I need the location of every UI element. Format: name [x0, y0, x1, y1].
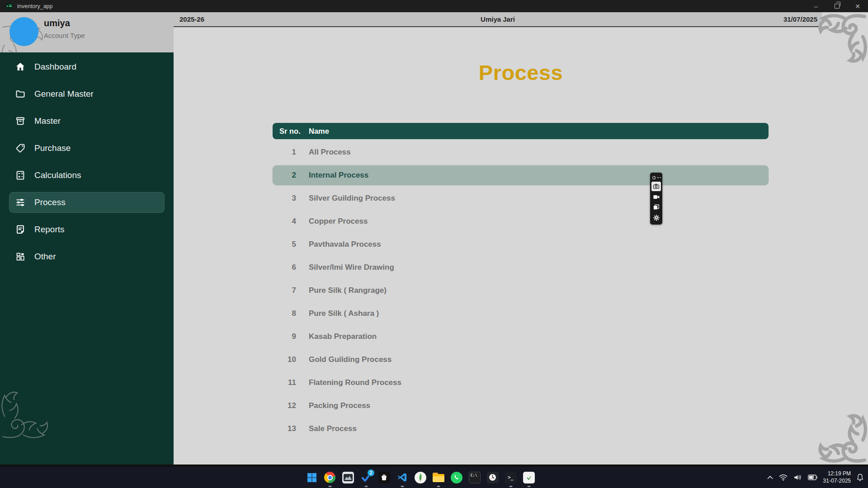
row-sr: 5 [273, 240, 296, 249]
table-row[interactable]: 7Pure Silk ( Rangrage) [273, 279, 769, 302]
window-titlebar: inventory_app – ✕ [0, 0, 868, 12]
sidebar-item-master[interactable]: Master [0, 108, 174, 135]
video-record-button[interactable] [651, 192, 661, 202]
taskbar-file-explorer[interactable] [432, 471, 444, 483]
taskbar-terminal[interactable]: >_ [505, 471, 517, 483]
restore-icon [835, 4, 840, 9]
sidebar-item-general-master[interactable]: General Master [0, 80, 174, 108]
grid-icon [15, 251, 26, 262]
mongodb-icon [415, 472, 426, 483]
system-tray: 12:19 PM 31-07-2025 [767, 467, 863, 488]
restore-button[interactable] [826, 0, 847, 12]
row-sr: 9 [273, 332, 296, 341]
camera-button[interactable] [651, 182, 661, 191]
table-body: 1All Process 2Internal Process 3Silver G… [273, 141, 769, 440]
tray-time: 12:19 PM [823, 470, 851, 478]
taskbar-white-app[interactable] [523, 471, 535, 483]
row-name: Gold Guilding Process [309, 355, 392, 364]
table-row[interactable]: 9Kasab Preparation [273, 325, 769, 348]
taskbar-dark-app[interactable] [378, 471, 390, 483]
page-title: Process [174, 60, 868, 85]
folder-icon [15, 89, 26, 99]
tray-clock[interactable]: 12:19 PM 31-07-2025 [823, 470, 851, 484]
capture-settings-button[interactable] [651, 213, 661, 222]
terminal-icon: >_ [505, 472, 517, 483]
volume-icon[interactable] [793, 474, 802, 481]
sidebar-item-label: Master [34, 116, 61, 126]
taskbar-clock-app[interactable] [486, 471, 499, 483]
row-name: Copper Process [309, 217, 368, 226]
taskbar-console[interactable]: C:\ [468, 471, 481, 483]
sidebar-item-reports[interactable]: Reports [0, 216, 174, 243]
taskbar-todo[interactable]: 2 [360, 471, 372, 483]
window-mode-button[interactable] [651, 202, 661, 212]
white-app-icon [523, 472, 535, 483]
taskbar-mongodb[interactable] [414, 471, 426, 483]
calculator-icon [15, 170, 26, 181]
row-name: Silver Guilding Process [309, 194, 395, 203]
row-sr: 13 [273, 424, 296, 433]
row-name: Silver/Imi Wire Drawing [309, 263, 394, 272]
window-mode-icon [653, 204, 660, 211]
wifi-icon[interactable] [779, 474, 788, 481]
table-row-selected[interactable]: 2Internal Process [273, 165, 769, 185]
table-row[interactable]: 3Silver Guilding Process [273, 187, 769, 210]
capture-toolbar [650, 173, 662, 225]
table-row[interactable]: 13Sale Process [273, 417, 769, 440]
sidebar-item-label: Purchase [34, 143, 71, 153]
notification-bell-icon[interactable] [857, 474, 863, 481]
taskbar-chrome[interactable] [324, 471, 336, 483]
sidebar-item-process[interactable]: Process [9, 192, 165, 213]
taskbar: 2 [0, 467, 868, 488]
tray-chevron-up-icon[interactable] [767, 475, 773, 479]
taskbar-photos[interactable] [342, 471, 354, 483]
running-indicator [527, 486, 530, 487]
row-name: All Process [309, 148, 351, 157]
col-header-name: Name [309, 127, 329, 136]
row-sr: 6 [273, 263, 296, 272]
avatar[interactable] [9, 17, 38, 46]
row-sr: 7 [273, 286, 296, 295]
home-icon [15, 61, 26, 72]
pin-icon [652, 176, 656, 180]
capture-pin-row[interactable] [652, 174, 661, 181]
current-date: 31/07/2025 [783, 15, 817, 23]
corner-flourish-bottom-right [816, 412, 867, 463]
table-row[interactable]: 8Pure Silk ( Ashara ) [273, 302, 769, 325]
battery-icon[interactable] [808, 474, 817, 480]
table-row[interactable]: 10Gold Guilding Process [273, 348, 769, 371]
file-explorer-icon [433, 473, 444, 482]
minimize-button[interactable]: – [806, 0, 826, 12]
sidebar-nav: Dashboard General Master Master [0, 52, 174, 465]
taskbar-whatsapp[interactable] [450, 471, 462, 483]
taskbar-vscode[interactable] [396, 471, 408, 483]
row-sr: 8 [273, 309, 296, 318]
sidebar-item-purchase[interactable]: Purchase [0, 135, 174, 162]
sidebar-item-dashboard[interactable]: Dashboard [0, 53, 174, 80]
app-header-bar: 2025-26 Umiya Jari 31/07/2025 [174, 12, 822, 27]
table-row[interactable]: 6Silver/Imi Wire Drawing [273, 256, 769, 279]
row-name: Internal Process [309, 171, 368, 180]
table-row[interactable]: 1All Process [273, 141, 769, 164]
sidebar-item-other[interactable]: Other [0, 243, 174, 270]
close-button[interactable]: ✕ [847, 0, 868, 12]
sidebar-item-label: Other [34, 252, 56, 262]
table-row[interactable]: 5Pavthavala Process [273, 233, 769, 256]
table-row[interactable]: 11Flatening Round Process [273, 371, 769, 394]
table-row[interactable]: 4Copper Process [273, 210, 769, 233]
settings-gear-icon [653, 214, 660, 221]
window-controls: – ✕ [806, 0, 868, 12]
video-icon [653, 193, 660, 201]
row-sr: 10 [273, 355, 296, 364]
taskbar-start-button[interactable] [306, 471, 318, 483]
whatsapp-icon [451, 472, 462, 483]
table-row[interactable]: 12Packing Process [273, 394, 769, 417]
taskbar-icons: 2 [306, 467, 535, 488]
tag-icon [15, 143, 26, 154]
row-sr: 11 [273, 378, 296, 387]
sidebar-item-calculations[interactable]: Calculations [0, 162, 174, 189]
row-name: Kasab Preparation [309, 332, 377, 341]
row-sr: 1 [273, 148, 296, 157]
app-icon [6, 3, 13, 9]
row-sr: 3 [273, 194, 296, 203]
